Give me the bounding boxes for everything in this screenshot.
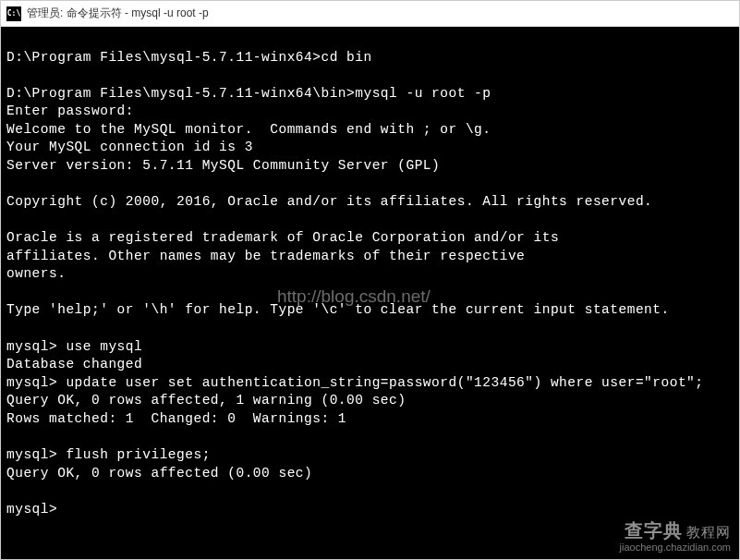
command-prompt-window: C:\ 管理员: 命令提示符 - mysql -u root -p D:\Pro…	[0, 0, 740, 560]
window-title: 管理员: 命令提示符 - mysql -u root -p	[27, 6, 209, 21]
terminal-output[interactable]: D:\Program Files\mysql-5.7.11-winx64>cd …	[1, 27, 739, 559]
cmd-icon: C:\	[6, 6, 21, 21]
titlebar[interactable]: C:\ 管理员: 命令提示符 - mysql -u root -p	[1, 1, 739, 27]
